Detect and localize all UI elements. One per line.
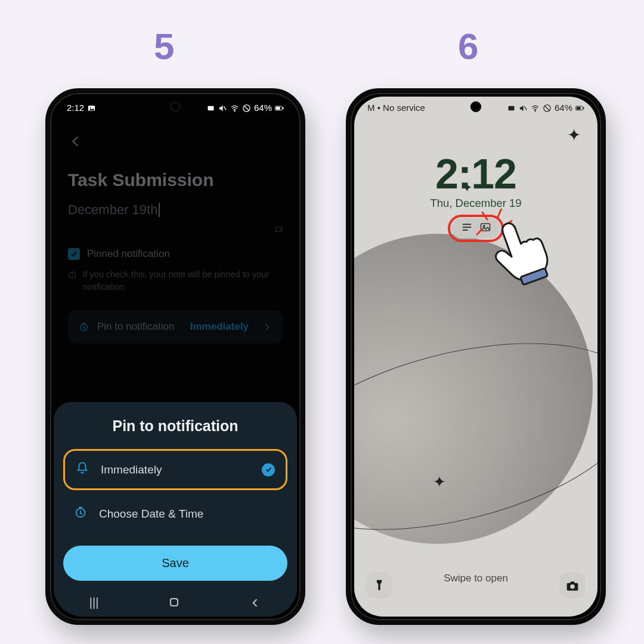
svg-rect-22 bbox=[583, 107, 584, 109]
battery-percent: 64% bbox=[555, 103, 572, 113]
phone-frame-5: 2:12 64% bbox=[45, 88, 305, 625]
svg-line-3 bbox=[224, 106, 226, 110]
card-icon bbox=[507, 102, 516, 113]
battery-percent: 64% bbox=[254, 103, 272, 113]
wifi-icon bbox=[230, 102, 239, 113]
carrier-text: M • No service bbox=[367, 103, 425, 113]
phone-frame-6: ✦ ✦ ✦ M • No service bbox=[346, 88, 606, 625]
android-nav-bar: ||| bbox=[54, 588, 297, 617]
svg-line-6 bbox=[244, 106, 249, 111]
sparkle-icon: ✦ bbox=[567, 125, 581, 145]
svg-rect-9 bbox=[283, 107, 284, 109]
svg-rect-21 bbox=[577, 107, 581, 110]
option-choose-date-time[interactable]: Choose Date & Time bbox=[63, 495, 287, 532]
step-number-6: 6 bbox=[458, 25, 478, 67]
pointing-hand-icon bbox=[488, 216, 553, 287]
flashlight-button[interactable] bbox=[366, 572, 392, 599]
svg-rect-8 bbox=[276, 107, 280, 110]
wifi-icon bbox=[531, 102, 540, 113]
svg-point-4 bbox=[234, 110, 235, 111]
gallery-icon bbox=[87, 102, 96, 113]
svg-line-16 bbox=[524, 106, 527, 110]
sheet-title: Pin to notification bbox=[63, 417, 287, 435]
home-button[interactable] bbox=[170, 598, 178, 606]
lockscreen-clock-block: 2:12 Thu, December 19 bbox=[354, 150, 597, 239]
option-choose-label: Choose Date & Time bbox=[99, 507, 203, 521]
card-icon bbox=[206, 102, 215, 113]
recents-button[interactable]: ||| bbox=[89, 596, 99, 609]
svg-line-29 bbox=[482, 212, 487, 219]
step-number-5: 5 bbox=[154, 25, 174, 67]
selected-check-icon bbox=[262, 463, 275, 476]
svg-line-28 bbox=[476, 229, 482, 235]
camera-button[interactable] bbox=[559, 572, 586, 599]
front-camera bbox=[470, 101, 481, 112]
save-button[interactable]: Save bbox=[63, 546, 287, 581]
bell-icon bbox=[76, 462, 89, 478]
front-camera bbox=[170, 101, 181, 112]
svg-point-33 bbox=[570, 584, 575, 589]
battery-icon bbox=[275, 102, 284, 113]
svg-point-17 bbox=[535, 110, 535, 111]
svg-rect-15 bbox=[508, 106, 514, 111]
no-sim-icon bbox=[242, 102, 251, 113]
option-immediately[interactable]: Immediately bbox=[63, 449, 287, 490]
status-time: 2:12 bbox=[67, 103, 84, 113]
pin-to-notification-sheet: Pin to notification Immediately Choose D… bbox=[54, 402, 297, 617]
back-nav-button[interactable] bbox=[249, 596, 261, 609]
svg-point-1 bbox=[90, 107, 91, 109]
timer-icon bbox=[74, 506, 87, 522]
lockscreen-date: Thu, December 19 bbox=[354, 197, 597, 210]
lockscreen-time: 2:12 bbox=[354, 150, 597, 198]
battery-icon bbox=[575, 102, 584, 113]
no-sim-icon bbox=[543, 102, 552, 113]
svg-rect-2 bbox=[208, 106, 213, 111]
mute-icon bbox=[218, 102, 227, 113]
sparkle-icon: ✦ bbox=[433, 473, 446, 491]
svg-line-19 bbox=[545, 106, 550, 111]
list-icon bbox=[461, 222, 473, 234]
option-immediately-label: Immediately bbox=[101, 463, 162, 476]
mute-icon bbox=[519, 102, 528, 113]
